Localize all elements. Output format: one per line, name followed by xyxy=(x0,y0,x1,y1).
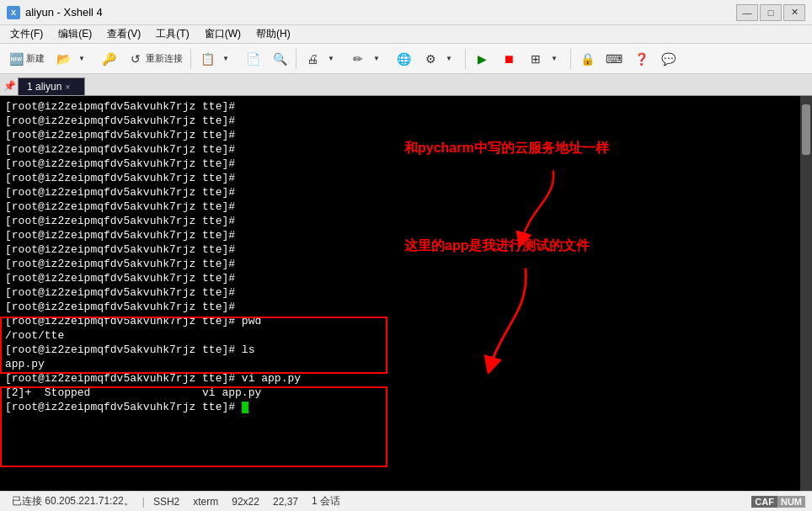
reconnect-label: 重新连接 xyxy=(146,52,183,65)
terminal-line: [root@iz2zeipmqfdv5akvuhk7rjz tte]# xyxy=(5,185,795,200)
terminal-line: [root@iz2zeipmqfdv5akvuhk7rjz tte]# xyxy=(5,142,795,157)
connection-status: 已连接 60.205.221.71:22。 xyxy=(7,494,139,508)
window-controls: — □ ✕ xyxy=(736,4,805,21)
key-button[interactable]: 🔑 xyxy=(96,47,121,71)
terminal-line: app.py xyxy=(5,357,795,371)
status-indicators: CAF NUM xyxy=(751,496,805,508)
stop-button[interactable]: ⏹ xyxy=(496,47,521,71)
globe-button[interactable]: 🌐 xyxy=(391,47,416,71)
minimize-button[interactable]: — xyxy=(736,4,758,21)
terminal-line: [root@iz2zeipmqfdv5akvuhk7rjz tte]# xyxy=(5,171,795,185)
compose-icon: ✏ xyxy=(350,51,366,67)
status-bar: 已连接 60.205.221.71:22。 | SSH2 xterm 92x22… xyxy=(0,491,812,511)
key-icon: 🔑 xyxy=(100,51,117,67)
toolbar-sep-3 xyxy=(465,49,466,69)
print-icon: 🖨 xyxy=(304,51,321,67)
menu-tools[interactable]: 工具(T) xyxy=(149,25,195,43)
tab-label: 1 aliyun xyxy=(27,81,61,93)
menu-help[interactable]: 帮助(H) xyxy=(249,25,297,43)
start-button[interactable]: ▶ xyxy=(469,47,494,71)
arrow-icon-2 xyxy=(480,264,548,374)
close-button[interactable]: ✕ xyxy=(783,4,805,21)
copy-button[interactable]: 📋 ▼ xyxy=(195,47,238,71)
menu-file[interactable]: 文件(F) xyxy=(3,25,50,43)
terminal-line: [root@iz2zeipmqfdv5akvuhk7rjz tte]# pwd xyxy=(5,314,795,328)
copy-icon: 📋 xyxy=(199,51,216,67)
terminal-line: [root@iz2zeipmqfdv5akvuhk7rjz tte]# xyxy=(5,214,795,228)
terminal-line: [root@iz2zeipmqfdv5akvuhk7rjz tte]# ls xyxy=(5,343,795,357)
terminal-line: [2]+ Stopped vi app.py xyxy=(5,386,795,400)
main-area: [root@iz2zeipmqfdv5akvuhk7rjz tte]#[root… xyxy=(0,96,812,491)
menu-window[interactable]: 窗口(W) xyxy=(198,25,248,43)
help-icon: ❓ xyxy=(633,51,649,67)
terminal-line: [root@iz2zeipmqfdv5akvuhk7rjz tte]# xyxy=(5,285,795,300)
terminal-cursor xyxy=(242,402,248,413)
chat-icon: 💬 xyxy=(660,51,676,67)
chat-button[interactable]: 💬 xyxy=(655,47,681,71)
terminal-line: [root@iz2zeipmqfdv5akvuhk7rjz tte]# xyxy=(5,271,795,285)
maximize-button[interactable]: □ xyxy=(760,4,782,21)
new-session-button[interactable]: 🆕 新建 xyxy=(3,47,49,71)
terminal-line: [root@iz2zeipmqfdv5akvuhk7rjz tte]# xyxy=(5,157,795,171)
keyboard-button[interactable]: ⌨ xyxy=(601,47,627,71)
tab-bar: 📌 1 aliyun × xyxy=(0,74,812,96)
session-count: 1 会话 xyxy=(307,494,345,508)
new-label: 新建 xyxy=(26,52,45,65)
settings-button[interactable]: ⚙ ▼ xyxy=(418,47,462,71)
terminal-line: [root@iz2zeipmqfdv5akvuhk7rjz tte]# xyxy=(5,200,795,214)
help-button[interactable]: ❓ xyxy=(628,47,654,71)
tab-close-button[interactable]: × xyxy=(65,83,70,92)
paste-button[interactable]: 📄 xyxy=(240,47,265,71)
reconnect-button[interactable]: ↺ 重新连接 xyxy=(123,47,187,71)
menu-bar: 文件(F) 编辑(E) 查看(V) 工具(T) 窗口(W) 帮助(H) xyxy=(0,25,812,44)
annotation-text-1: 和pycharm中写的云服务地址一样 xyxy=(404,140,609,157)
menu-view[interactable]: 查看(V) xyxy=(100,25,147,43)
terminal-line: [root@iz2zeipmqfdv5akvuhk7rjz tte]# xyxy=(5,228,795,242)
terminal-line: [root@iz2zeipmqfdv5akvuhk7rjz tte]# xyxy=(5,400,795,414)
paste-icon: 📄 xyxy=(244,51,261,67)
keyboard-icon: ⌨ xyxy=(606,51,622,67)
find-icon: 🔍 xyxy=(271,51,288,67)
tab-pin-icon: 📌 xyxy=(3,80,16,92)
compose-button[interactable]: ✏ ▼ xyxy=(345,47,389,71)
terminal[interactable]: [root@iz2zeipmqfdv5akvuhk7rjz tte]#[root… xyxy=(0,96,800,491)
settings-icon: ⚙ xyxy=(422,51,439,67)
title-bar: X aliyun - Xshell 4 — □ ✕ xyxy=(0,0,812,25)
dropdown6-icon: ▼ xyxy=(546,51,563,67)
open-folder-button[interactable]: 📂 ▼ xyxy=(51,47,94,71)
arrow-icon-1 xyxy=(505,163,573,248)
find-button[interactable]: 🔍 xyxy=(267,47,292,71)
terminal-line: [root@iz2zeipmqfdv5akvuhk7rjz tte]# xyxy=(5,114,795,128)
num-indicator: NUM xyxy=(777,496,805,508)
protocol-status: SSH2 xyxy=(148,496,184,508)
dropdown-icon: ▼ xyxy=(73,51,90,67)
terminal-line: [root@iz2zeipmqfdv5akvuhk7rjz tte]# xyxy=(5,300,795,314)
cursor-pos: 22,37 xyxy=(268,496,303,508)
toolbar: 🆕 新建 📂 ▼ 🔑 ↺ 重新连接 📋 ▼ 📄 🔍 🖨 ▼ ✏ ▼ 🌐 ⚙ ▼ … xyxy=(0,44,812,74)
lock-icon: 🔒 xyxy=(579,51,596,67)
reconnect-icon: ↺ xyxy=(127,51,144,67)
menu-edit[interactable]: 编辑(E) xyxy=(51,25,99,43)
scroll-thumb[interactable] xyxy=(802,104,810,155)
terminal-line: [root@iz2zeipmqfdv5akvuhk7rjz tte]# xyxy=(5,242,795,257)
apps-button[interactable]: ⊞ ▼ xyxy=(523,47,567,71)
folder-icon: 📂 xyxy=(55,51,72,67)
window-title: aliyun - Xshell 4 xyxy=(25,6,103,19)
terminal-line: [root@iz2zeipmqfdv5akvuhk7rjz tte]# xyxy=(5,128,795,142)
dropdown4-icon: ▼ xyxy=(368,51,385,67)
dropdown2-icon: ▼ xyxy=(217,51,234,67)
lock-button[interactable]: 🔒 xyxy=(574,47,600,71)
terminal-line: [root@iz2zeipmqfdv5akvuhk7rjz tte]# xyxy=(5,99,795,114)
print-button[interactable]: 🖨 ▼ xyxy=(300,47,344,71)
cap-indicator: CAF xyxy=(751,496,777,508)
apps-icon: ⊞ xyxy=(527,51,544,67)
new-icon: 🆕 xyxy=(8,51,24,67)
scrollbar[interactable] xyxy=(800,96,812,491)
app-icon: X xyxy=(7,6,20,19)
dropdown5-icon: ▼ xyxy=(441,51,457,67)
start-icon: ▶ xyxy=(473,51,490,67)
dropdown3-icon: ▼ xyxy=(323,51,339,67)
toolbar-sep-2 xyxy=(296,49,296,69)
session-tab[interactable]: 1 aliyun × xyxy=(18,77,85,95)
globe-icon: 🌐 xyxy=(395,51,412,67)
